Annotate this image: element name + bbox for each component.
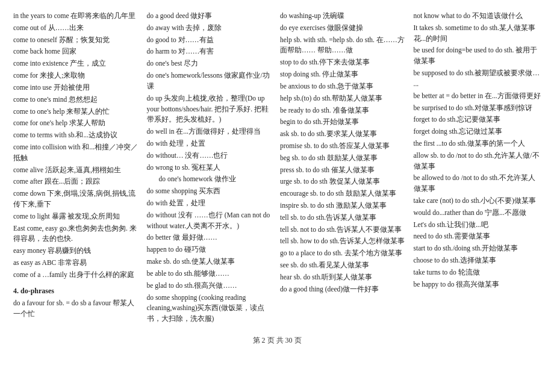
column-3: do washing-up 洗碗碟 do eye exercises 做眼保健操… [280,11,408,325]
entry-c2-15: do better 做 最好做…… [147,232,275,243]
entry-c3-4: stop doing sth. 停止做某事 [280,69,408,80]
entry-c4-7: forget doing sth.忘记做过某事 [414,126,541,137]
entry-c3-10: promise sb. to do sth.答应某人做某事 [280,141,408,152]
entry-c1-3: come back home 回家 [13,46,141,57]
entry-c4-5: be surprised to do sth.对做某事感到惊讶 [414,103,541,114]
entry-c4-17: take turns to do 轮流做 [414,267,541,278]
entry-c1-4: come into existence 产生，成立 [13,58,141,69]
entry-c3-3: stop to do sth.停下来去做某事 [280,57,408,68]
entry-c2-6: do up 头发向上梳拢,收拾，整理(Do up your bottons/sh… [147,93,275,125]
entry-c2-10: do wrong to sb. 冤枉某人 [147,163,275,173]
entry-c3-22: do a good thing (deed)做一件好事 [280,284,408,295]
entry-c3-6: help sb.(to) do sth.帮助某人做某事 [280,93,408,104]
entry-c3-7: be ready to do sth. 准备做某事 [280,105,408,116]
entry-c3-19: go to a place to do sth. 去某个地方做某事 [280,248,408,259]
entry-c1-19: come of a …family 出身于什么样的家庭 [13,270,141,281]
entry-c1-13: come after 跟在...后面；跟踪 [13,176,141,187]
entry-c4-1: It takes sb. sometime to do sth.某人做某事花..… [414,23,541,45]
entry-c2-19: be glad to do sth.很高兴做…… [147,281,275,291]
entry-c2-9: do without… 没有……也行 [147,151,275,161]
entry-c3-14: encourage sb. to do sth 鼓励某人做某事 [280,188,408,199]
entry-c1-21: do a favour for sb. = do sb a favour 帮某人… [13,298,141,320]
entry-c2-18: be able to do sth.能够做…… [147,269,275,279]
main-content: in the years to come 在即将来临的几年里 come out … [13,11,541,325]
column-2: do a good deed 做好事 do away with 去掉，废除 do… [147,11,275,325]
entry-c3-13: urge sb. to do sth 敦促某人做某事 [280,176,408,187]
entry-c3-16: tell sb. to do sth.告诉某人做某事 [280,213,408,223]
entry-c1-17: easy money 容易赚到的钱 [13,246,141,257]
entry-c3-20: see sb. do sth.看见某人做某事 [280,260,408,271]
entry-c1-15: come to light 暴露 被发现,众所周知 [13,211,141,222]
entry-c4-11: take care (not) to do sth.小心(不要)做某事 [414,196,541,207]
entry-c3-12: press sb. to do sth 催某人做某事 [280,165,408,176]
entry-c1-18: as easy as ABC 非常容易 [13,258,141,269]
entry-c1-2: come to oneself 苏醒；恢复知觉 [13,35,141,46]
entry-c2-16: happen to do 碰巧做 [147,244,275,255]
column-4: not know what to do 不知道该做什么 It takes sb.… [414,11,541,325]
entry-c4-3: be supposed to do sth.被期望或被要求做… ... [414,68,541,90]
entry-c4-13: Let's do sth.让我们做...吧 [414,220,541,231]
section-title-do: 4. do-phrases [13,287,141,296]
entry-c2-7: do well in 在...方面做得好，处理得当 [147,126,275,137]
entry-c2-12: do some shopping 买东西 [147,186,275,197]
entry-c3-17: tell sb. not to do sth.告诉某人不要做某事 [280,225,408,235]
entry-c2-17: make sb. do sth.使某人做某事 [147,257,275,267]
entry-c2-8: do with 处理，处置 [147,138,275,149]
entry-c1-12: come alive 活跃起来,逼真,栩栩如生 [13,165,141,176]
entry-c1-7: come to one's mind 忽然想起 [13,95,141,105]
entry-c2-5: do one's homework/lessons 做家庭作业/功课 [147,70,275,92]
entry-c4-9: allow sb. to do /not to do sth.允许某人做/不做某… [414,151,541,172]
entry-c2-4: do one's best 尽力 [147,58,275,69]
entry-c3-8: begin to do sth.开始做某事 [280,117,408,128]
entry-c3-9: ask sb. to do sth.要求某人做某事 [280,129,408,140]
entry-c1-1: come out of 从……出来 [13,23,141,34]
entry-c1-11: come into collision with 和...相撞／冲突／抵触 [13,142,141,164]
entry-c1-5: come for 来接人;来取物 [13,70,141,81]
entry-c1-6: come into use 开始被使用 [13,82,141,93]
page-footer: 第 2 页 共 30 页 [13,335,541,346]
entry-c1-16: East come, easy go.来也匆匆去也匆匆. 来得容易，去的也快. [13,223,141,245]
entry-c3-18: tell sb. how to do sth.告诉某人怎样做某事 [280,236,408,247]
entry-c4-15: start to do sth./doing sth.开始做某事 [414,243,541,254]
entry-c4-12: would do...rather than do 宁愿...不愿做 [414,208,541,219]
entry-c4-14: need to do sth.需要做某事 [414,231,541,242]
entry-c3-5: be anxious to do sth.急于做某事 [280,81,408,92]
entry-c1-14: come down 下来,倒塌,没落,病倒,捐钱,流传下来,垂下 [13,188,141,210]
entry-c4-0: not know what to do 不知道该做什么 [414,11,541,22]
page-number: 第 2 页 共 30 页 [253,336,302,344]
entry-c4-10: be allowed to do /not to do sth.不允许某人做某事 [414,173,541,194]
entry-c3-21: hear sb. do sth.听到某人做某事 [280,272,408,283]
entry-c4-16: choose to do sth.选择做某事 [414,255,541,266]
entry-c2-1: do away with 去掉，废除 [147,23,275,34]
entry-c3-0: do washing-up 洗碗碟 [280,11,408,22]
entry-c2-11: do one's homework 做作业 [147,174,275,185]
entry-c4-18: be happy to do 很高兴做某事 [414,279,541,290]
entry-c4-8: the first ...to do sth.做某事的第一个人 [414,138,541,149]
entry-c2-14: do without 没有 ……也行 (Man can not do witho… [147,210,275,232]
entry-c4-4: be better at = do better in 在...方面做得更好 [414,91,541,102]
entry-c1-0: in the years to come 在即将来临的几年里 [13,11,141,22]
entry-c3-11: beg sb. to do sth 鼓励某人做某事 [280,153,408,164]
entry-c1-10: come to terms with sb.和...达成协议 [13,130,141,141]
entry-c1-9: come for one's help 求某人帮助 [13,118,141,129]
entry-c1-8: come to one's help 来帮某人的忙 [13,107,141,117]
column-1: in the years to come 在即将来临的几年里 come out … [13,11,141,325]
entry-c4-2: be used for doing=be used to do sth. 被用于… [414,45,541,67]
entry-c4-6: forget to do sth.忘记要做某事 [414,114,541,125]
entry-c3-2: help sb. with sth. =help sb. do sth. 在……… [280,35,408,57]
entry-c3-15: inspire sb. to do sth 激励某人做某事 [280,201,408,211]
entry-c2-13: do with 处置，处理 [147,198,275,209]
entry-c2-0: do a good deed 做好事 [147,11,275,22]
entry-c2-3: do harm to 对……有害 [147,46,275,57]
entry-c2-20: do some shopping (cooking reading cleani… [147,293,275,325]
entry-c2-2: do good to 对……有益 [147,35,275,46]
entry-c3-1: do eye exercises 做眼保健操 [280,23,408,34]
